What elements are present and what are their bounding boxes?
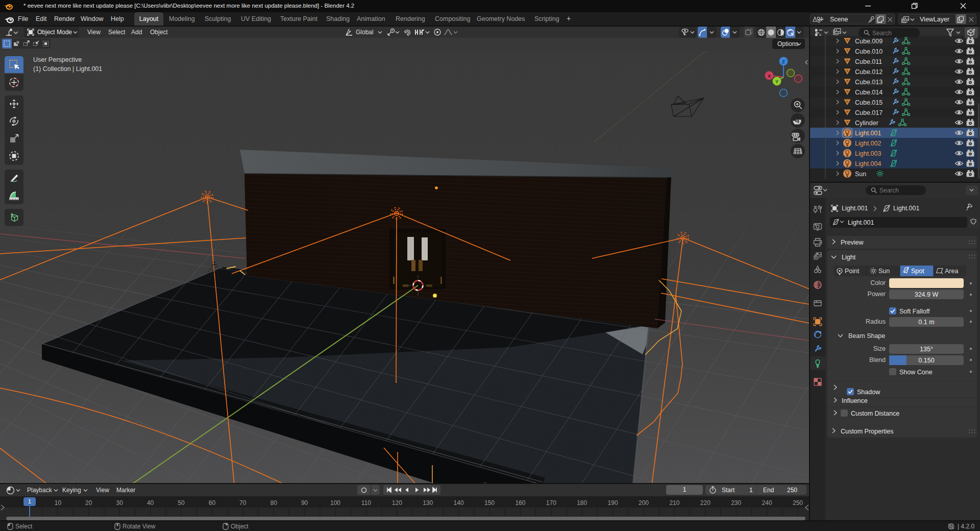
svg-text:250: 250 bbox=[793, 499, 803, 506]
svg-text:Light.004: Light.004 bbox=[855, 160, 881, 167]
svg-text:0.150: 0.150 bbox=[918, 357, 934, 364]
svg-text:Cube.009: Cube.009 bbox=[855, 38, 883, 45]
svg-text:Preview: Preview bbox=[841, 239, 864, 246]
svg-text:Shadow: Shadow bbox=[857, 389, 880, 396]
svg-text:240: 240 bbox=[762, 499, 772, 506]
svg-text:Z: Z bbox=[782, 59, 785, 64]
svg-text:Custom Properties: Custom Properties bbox=[841, 428, 894, 435]
svg-text:Light.001: Light.001 bbox=[848, 219, 874, 226]
svg-text:Search: Search bbox=[872, 30, 892, 37]
svg-text:Sun: Sun bbox=[855, 171, 866, 178]
svg-text:210: 210 bbox=[669, 499, 679, 506]
svg-text:Cube.010: Cube.010 bbox=[855, 48, 883, 55]
svg-text:10: 10 bbox=[55, 499, 62, 506]
svg-text:110: 110 bbox=[361, 499, 371, 506]
svg-text:Cube.013: Cube.013 bbox=[855, 79, 883, 86]
svg-text:50: 50 bbox=[178, 499, 185, 506]
svg-text:324.9 W: 324.9 W bbox=[915, 291, 939, 298]
svg-text:Cube.015: Cube.015 bbox=[855, 99, 883, 106]
svg-text:Cube.014: Cube.014 bbox=[855, 89, 883, 96]
svg-text:170: 170 bbox=[546, 499, 556, 506]
svg-text:220: 220 bbox=[700, 499, 710, 506]
svg-text:User Perspective: User Perspective bbox=[33, 56, 82, 63]
svg-text:Search: Search bbox=[879, 187, 899, 194]
svg-text:135°: 135° bbox=[920, 346, 933, 353]
svg-text:160: 160 bbox=[515, 499, 525, 506]
svg-text:90: 90 bbox=[301, 499, 308, 506]
svg-text:150: 150 bbox=[484, 499, 495, 506]
svg-text:Light: Light bbox=[842, 254, 856, 261]
svg-text:Spot: Spot bbox=[911, 268, 924, 275]
svg-text:Cube.012: Cube.012 bbox=[855, 68, 883, 76]
svg-text:200: 200 bbox=[639, 499, 649, 506]
svg-text:20: 20 bbox=[85, 499, 92, 506]
svg-text:140: 140 bbox=[454, 499, 464, 506]
svg-text:Area: Area bbox=[945, 268, 958, 275]
svg-text:Light.002: Light.002 bbox=[855, 140, 881, 147]
svg-text:Light.001: Light.001 bbox=[855, 130, 881, 137]
svg-text:0.1 m: 0.1 m bbox=[918, 319, 934, 326]
svg-text:Cube.017: Cube.017 bbox=[855, 109, 883, 116]
svg-text:70: 70 bbox=[239, 499, 247, 506]
svg-text:230: 230 bbox=[731, 499, 741, 506]
svg-text:Influence: Influence bbox=[842, 397, 868, 404]
svg-text:(1) Collection | Light.001: (1) Collection | Light.001 bbox=[33, 65, 102, 73]
svg-text:Sun: Sun bbox=[878, 268, 890, 275]
svg-text:Y: Y bbox=[775, 79, 778, 84]
svg-text:130: 130 bbox=[423, 499, 433, 506]
svg-text:Color: Color bbox=[870, 279, 886, 286]
svg-text:40: 40 bbox=[147, 499, 154, 506]
svg-text:Soft Falloff: Soft Falloff bbox=[899, 308, 930, 315]
svg-text:60: 60 bbox=[209, 499, 216, 506]
svg-text:Blend: Blend bbox=[869, 356, 886, 364]
svg-text:Beam Shape: Beam Shape bbox=[848, 332, 885, 340]
svg-text:30: 30 bbox=[116, 499, 124, 506]
svg-text:Size: Size bbox=[873, 345, 886, 352]
svg-text:190: 190 bbox=[608, 499, 618, 506]
svg-text:Power: Power bbox=[868, 291, 886, 298]
svg-text:100: 100 bbox=[330, 499, 340, 506]
svg-text:80: 80 bbox=[271, 499, 278, 506]
svg-text:180: 180 bbox=[577, 499, 587, 506]
svg-text:Radius: Radius bbox=[866, 318, 886, 325]
svg-text:Cube.011: Cube.011 bbox=[855, 58, 882, 65]
svg-text:Cylinder: Cylinder bbox=[855, 119, 878, 127]
svg-text:Show Cone: Show Cone bbox=[899, 369, 933, 376]
svg-text:Light.001: Light.001 bbox=[893, 205, 919, 212]
svg-text:Light.003: Light.003 bbox=[855, 150, 881, 157]
svg-text:X: X bbox=[768, 74, 771, 79]
svg-text:Light.001: Light.001 bbox=[842, 205, 868, 212]
svg-text:120: 120 bbox=[392, 499, 402, 506]
svg-text:Point: Point bbox=[845, 268, 860, 275]
svg-text:Custom Distance: Custom Distance bbox=[851, 410, 899, 417]
